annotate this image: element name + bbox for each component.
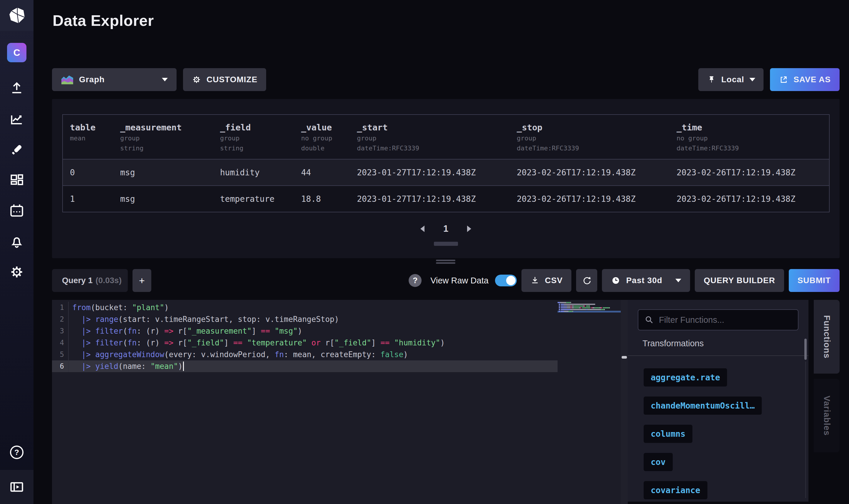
sidebar-item-dashboards[interactable]	[0, 172, 34, 188]
code-line[interactable]: 4 |> filter(fn: (r) => r["_field"] == "t…	[52, 337, 558, 349]
code-text: |> yield(name: "mean")	[68, 360, 184, 372]
function-chip[interactable]: columns	[644, 425, 692, 443]
sidebar-item-data-explorer[interactable]	[0, 111, 34, 127]
line-number: 1	[52, 303, 68, 312]
chevron-down-icon	[675, 279, 681, 282]
code-text: from(bucket: "plant")	[68, 302, 169, 313]
tab-variables-label: Variables	[822, 396, 832, 436]
view-raw-data-label: View Raw Data	[430, 276, 489, 286]
graph-icon	[9, 112, 24, 127]
tab-variables[interactable]: Variables	[814, 379, 839, 452]
dashboards-grid-icon	[9, 173, 24, 188]
code-text: |> range(start: v.timeRangeStart, stop: …	[68, 313, 339, 325]
csv-download-button[interactable]: CSV	[521, 269, 572, 292]
influxdb-logo[interactable]	[0, 0, 34, 31]
clock-icon	[611, 275, 621, 286]
add-query-button[interactable]: +	[132, 269, 151, 292]
sidebar-item-help[interactable]: ?	[0, 444, 34, 461]
pagination: 1	[52, 223, 839, 234]
org-avatar[interactable]: C	[7, 43, 26, 62]
next-page-icon[interactable]	[467, 226, 471, 232]
raw-data-panel: table mean _measurement group string _fi…	[52, 99, 839, 258]
pin-icon	[707, 75, 716, 84]
customize-button[interactable]: CUSTOMIZE	[183, 68, 266, 91]
code-line[interactable]: 2 |> range(start: v.timeRangeStart, stop…	[52, 313, 558, 325]
line-number: 2	[52, 315, 68, 323]
table-header-cell: _stop group dateTime:RFC3339	[510, 115, 669, 159]
sidebar-item-tasks[interactable]	[0, 203, 34, 219]
export-icon	[779, 75, 788, 84]
csv-label: CSV	[545, 276, 563, 285]
function-chip[interactable]: covariance	[644, 481, 707, 499]
table-horizontal-scrollbar[interactable]	[434, 242, 458, 246]
minimap-line	[558, 302, 621, 303]
chevron-down-icon	[749, 78, 755, 82]
function-chip[interactable]: chandeMomentumOscill…	[644, 396, 762, 415]
query-toolbar: Query 1 (0.03s) + ? View Raw Data CSV	[52, 269, 839, 292]
editor-minimap[interactable]	[558, 300, 621, 504]
panel-resize-handle[interactable]	[436, 259, 455, 265]
function-list-scroll-thumb[interactable]	[805, 339, 807, 360]
tab-functions[interactable]: Functions	[814, 300, 839, 374]
table-header-cell: _time no group dateTime:RFC3339	[669, 115, 829, 159]
query-builder-button[interactable]: QUERY BUILDER	[695, 269, 784, 292]
view-type-dropdown[interactable]: Graph	[52, 68, 177, 91]
table-header-cell: _field group string	[213, 115, 294, 159]
influxdb-cubo-icon	[7, 7, 26, 24]
code-line[interactable]: 1 from(bucket: "plant")	[52, 302, 558, 313]
query-tab[interactable]: Query 1 (0.03s)	[52, 269, 128, 292]
raw-data-help-icon[interactable]: ?	[409, 274, 421, 287]
scope-dropdown[interactable]: Local	[698, 68, 763, 91]
minimap-line	[558, 309, 621, 310]
sidebar: C	[0, 0, 34, 504]
editor-panel-divider[interactable]	[621, 300, 628, 504]
minimap-line	[558, 305, 621, 307]
raw-data-table: table mean _measurement group string _fi…	[62, 114, 830, 212]
functions-panel: Transformations aggregate.rate chandeMom…	[628, 300, 809, 502]
view-raw-data-toggle[interactable]	[495, 275, 517, 286]
code-line[interactable]: 3 |> filter(fn: (r) => r["_measurement"]…	[52, 325, 558, 337]
filter-functions-search[interactable]	[638, 309, 798, 330]
table-header-cell: table mean	[63, 115, 113, 159]
sidebar-item-alerts[interactable]	[0, 233, 34, 250]
sidebar-expand-section[interactable]	[0, 470, 34, 504]
page-number: 1	[443, 223, 448, 234]
submit-button[interactable]: SUBMIT	[789, 269, 839, 292]
calendar-icon	[9, 203, 24, 218]
download-icon	[530, 276, 540, 285]
minimap-line	[558, 307, 621, 308]
function-chip[interactable]: aggregate.rate	[644, 368, 727, 386]
area-chart-icon	[61, 74, 74, 85]
sidebar-item-upload[interactable]	[0, 79, 34, 96]
line-number: 3	[52, 327, 68, 335]
refresh-button[interactable]	[576, 269, 597, 292]
pencil-icon	[9, 142, 24, 158]
table-row: 0 msg humidity 44 2023-01-27T17:12:19.43…	[63, 159, 829, 185]
query-tab-duration: (0.03s)	[95, 276, 122, 285]
function-chip[interactable]: cov	[644, 453, 673, 471]
query-builder-label: QUERY BUILDER	[704, 276, 775, 285]
help-icon: ?	[10, 446, 23, 459]
customize-label: CUSTOMIZE	[206, 75, 257, 84]
filter-functions-input[interactable]	[659, 315, 792, 325]
code-text: |> filter(fn: (r) => r["_measurement"] =…	[68, 325, 302, 337]
prev-page-icon[interactable]	[420, 226, 424, 232]
time-range-label: Past 30d	[626, 276, 662, 285]
sidebar-item-settings[interactable]	[0, 264, 34, 280]
code-line[interactable]: 6 |> yield(name: "mean")	[52, 360, 558, 372]
function-list-scroll-track	[805, 362, 806, 498]
code-text: |> filter(fn: (r) => r["_field"] == "tem…	[68, 337, 445, 349]
code-lines[interactable]: 1 from(bucket: "plant") 2 |> range(start…	[52, 302, 558, 372]
expand-sidebar-icon	[9, 479, 24, 494]
tab-functions-label: Functions	[822, 315, 832, 359]
sidebar-item-notebooks[interactable]	[0, 142, 34, 158]
code-line[interactable]: 5 |> aggregateWindow(every: v.windowPeri…	[52, 349, 558, 360]
save-as-button[interactable]: SAVE AS	[770, 68, 839, 91]
flux-editor[interactable]: 1 from(bucket: "plant") 2 |> range(start…	[52, 300, 621, 504]
line-number: 6	[52, 362, 68, 371]
time-range-dropdown[interactable]: Past 30d	[602, 269, 690, 292]
table-header-row: table mean _measurement group string _fi…	[63, 115, 829, 159]
gear-icon	[192, 75, 201, 84]
minimap-line	[558, 311, 621, 312]
function-list: aggregate.rate chandeMomentumOscill… col…	[644, 368, 809, 499]
